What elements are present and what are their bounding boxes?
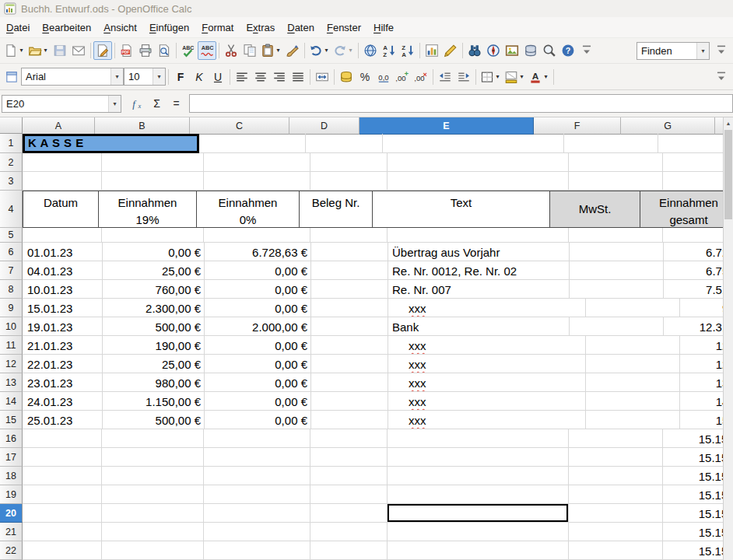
bold-button[interactable]: F [171, 68, 190, 86]
cut-button[interactable] [222, 41, 240, 60]
cell-F9[interactable] [586, 299, 680, 317]
scroll-up-button[interactable]: ▲ [724, 117, 733, 129]
font-name-combo-dropdown-icon[interactable]: ▾ [110, 68, 123, 85]
cell-A17[interactable] [23, 448, 102, 467]
page-preview-button[interactable] [155, 41, 174, 60]
row-header-6[interactable]: 6 [0, 243, 23, 261]
scrollbar-thumb[interactable] [724, 130, 732, 219]
open-button[interactable]: ▾ [26, 41, 51, 60]
sort-descending-button[interactable]: ZA [398, 41, 417, 60]
underline-button[interactable]: U [209, 68, 227, 86]
menu-bearbeiten[interactable]: Bearbeiten [36, 19, 97, 37]
cell-C4[interactable]: Einnahmen 0% [197, 191, 300, 228]
cell-F7[interactable] [570, 261, 664, 280]
row-header-7[interactable]: 7 [0, 261, 23, 280]
column-header-A[interactable]: A [23, 117, 95, 135]
row-header-10[interactable]: 10 [0, 317, 23, 336]
cell-E4[interactable]: Text [373, 191, 550, 228]
edit-file-button[interactable] [93, 41, 112, 60]
format-window-button[interactable] [2, 68, 21, 86]
cell-F12[interactable] [586, 355, 680, 373]
cell-F15[interactable] [586, 411, 680, 429]
cell-C9[interactable]: 0,00 € [205, 299, 311, 317]
row-header-14[interactable]: 14 [0, 392, 23, 411]
find-dropdown-icon[interactable]: ▾ [696, 43, 709, 59]
cell-D2[interactable] [310, 153, 388, 172]
row-header-11[interactable]: 11 [0, 336, 23, 355]
new-document-button[interactable]: ▾ [2, 41, 26, 60]
cell-F4[interactable]: MwSt. [550, 191, 640, 228]
cell-G4[interactable]: Einnahmen gesamt [640, 191, 733, 228]
align-right-button[interactable] [270, 68, 289, 86]
cell-D13[interactable] [311, 373, 388, 392]
dropdown-arrow-icon[interactable]: ▾ [18, 47, 25, 54]
cell-B13[interactable]: 980,00 € [103, 373, 205, 392]
formula-input[interactable] [189, 94, 733, 113]
cell-B22[interactable] [102, 541, 204, 560]
cell-B6[interactable]: 0,00 € [103, 243, 205, 261]
gallery-button[interactable] [503, 41, 521, 60]
cell-D18[interactable] [310, 467, 388, 485]
cell-A10[interactable]: 19.01.23 [23, 317, 103, 336]
cell-E19[interactable] [388, 485, 569, 504]
zoom-button[interactable] [540, 41, 559, 60]
column-header-E[interactable]: E [359, 117, 534, 135]
cell-D12[interactable] [311, 355, 388, 373]
cell-C15[interactable]: 0,00 € [205, 411, 311, 429]
cell-D5[interactable] [310, 228, 388, 243]
menu-daten[interactable]: Daten [281, 19, 321, 37]
cell-E13[interactable]: xxx [388, 373, 586, 392]
cell-C8[interactable]: 0,00 € [205, 280, 311, 299]
cell-E22[interactable] [388, 541, 569, 560]
cell-B12[interactable]: 25,00 € [103, 355, 205, 373]
align-justify-button[interactable] [289, 68, 307, 86]
menu-einfgen[interactable]: Einfügen [143, 19, 195, 37]
cell-A7[interactable]: 04.01.23 [23, 261, 103, 280]
font-name-combo[interactable]: Arial▾ [21, 68, 124, 86]
row-header-18[interactable]: 18 [0, 467, 23, 485]
cell-B16[interactable] [102, 429, 204, 448]
column-header-D[interactable]: D [289, 117, 359, 135]
row-header-16[interactable]: 16 [0, 429, 23, 448]
row-header-12[interactable]: 12 [0, 355, 23, 373]
cell-B17[interactable] [102, 448, 204, 467]
cell-C10[interactable]: 2.000,00 € [205, 317, 311, 336]
increase-indent-button[interactable] [454, 68, 473, 86]
cell-B2[interactable] [102, 153, 204, 172]
column-header-C[interactable]: C [190, 117, 289, 135]
cell-G1[interactable] [658, 134, 733, 153]
cell-F2[interactable] [569, 153, 663, 172]
decrease-indent-button[interactable] [436, 68, 454, 86]
row-header-19[interactable]: 19 [0, 485, 23, 504]
cell-B21[interactable] [102, 523, 204, 541]
row-header-3[interactable]: 3 [0, 172, 23, 191]
cell-F16[interactable] [569, 429, 663, 448]
insert-chart-button[interactable] [423, 41, 441, 60]
cell-F5[interactable] [569, 228, 663, 243]
format-paintbrush-button[interactable] [283, 41, 302, 60]
cell-F11[interactable] [586, 336, 680, 355]
cell-B11[interactable]: 190,00 € [103, 336, 205, 355]
cell-E16[interactable] [388, 429, 569, 448]
cell-D11[interactable] [311, 336, 388, 355]
borders-button[interactable]: ▾ [479, 68, 503, 86]
cell-D22[interactable] [310, 541, 388, 560]
cell-F6[interactable] [570, 243, 664, 261]
cell-C18[interactable] [204, 467, 310, 485]
cell-B7[interactable]: 25,00 € [103, 261, 205, 280]
cell-A15[interactable]: 25.01.23 [23, 411, 103, 429]
cell-A1-title[interactable]: K A S S E [23, 134, 199, 153]
cell-A16[interactable] [23, 429, 102, 448]
cell-B14[interactable]: 1.150,00 € [103, 392, 205, 411]
number-format-standard-button[interactable]: 0,0 [374, 68, 393, 86]
cell-C16[interactable] [204, 429, 310, 448]
cell-D19[interactable] [310, 485, 388, 504]
cell-E9[interactable]: xxx [388, 299, 586, 317]
cell-E3[interactable] [388, 172, 569, 191]
cell-B18[interactable] [102, 467, 204, 485]
spellcheck-button[interactable]: ABC [179, 41, 198, 60]
cell-C5[interactable] [204, 228, 310, 243]
cell-E14[interactable]: xxx [388, 392, 586, 411]
number-format-currency-button[interactable] [337, 68, 356, 86]
vertical-scrollbar[interactable]: ▲ [723, 117, 733, 560]
